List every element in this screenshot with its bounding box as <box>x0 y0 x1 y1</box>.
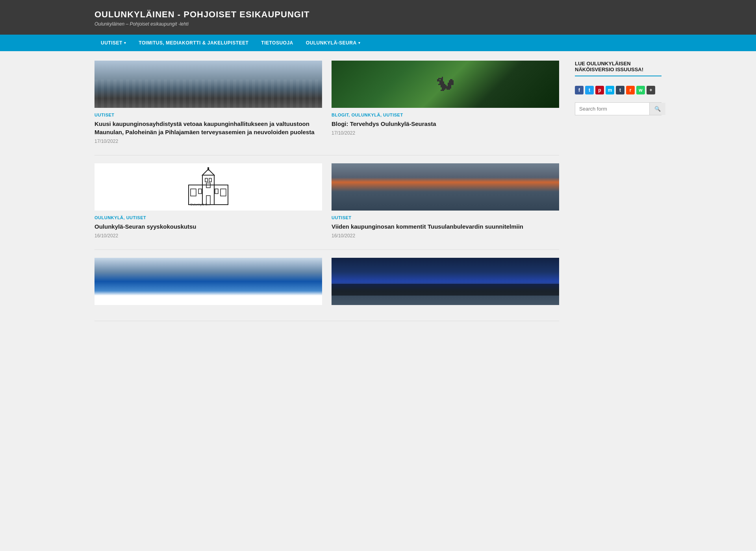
svg-text:Oulunkylä-S...: Oulunkylä-S... <box>190 203 210 206</box>
article-card <box>332 258 559 310</box>
social-icons-group: f t p m t r w + <box>575 86 662 94</box>
article-card: UUTISET Viiden kaupunginosan kommentit T… <box>332 163 559 239</box>
category-tags[interactable]: UUTISET <box>332 215 559 220</box>
nav-toimitus[interactable]: TOIMITUS, MEDIAKORTTI & JAKELUPISTEET <box>132 35 255 51</box>
svg-rect-4 <box>205 178 208 182</box>
article-title[interactable]: Viiden kaupunginosan kommentit Tuusulanb… <box>332 222 559 231</box>
nakoversio-heading: LUE OULUNKYLÄISEN NÄKÖISVERSIO ISSUUSSA! <box>575 61 662 76</box>
whatsapp-icon[interactable]: w <box>636 86 645 94</box>
chevron-down-icon: ▾ <box>358 41 361 45</box>
article-image <box>332 61 559 108</box>
article-row: Oulunkylä-S... OULUNKYLÄ, UUTISET Oulunk… <box>94 163 559 250</box>
nav-oulunkyla-seura[interactable]: OULUNKYLÄ-SEURA ▾ <box>300 35 367 51</box>
search-box: 🔍 <box>575 102 662 115</box>
svg-rect-3 <box>208 167 209 170</box>
search-input[interactable] <box>575 103 649 115</box>
article-title[interactable]: Kuusi kaupunginosayhdistystä vetoaa kaup… <box>94 120 322 136</box>
main-nav: UUTISET ▾ TOIMITUS, MEDIAKORTTI & JAKELU… <box>0 35 756 51</box>
article-title[interactable]: Blogi: Tervehdys Oulunkylä-Seurasta <box>332 120 559 128</box>
article-card: BLOGIT, OULUNKYLÄ, UUTISET Blogi: Terveh… <box>332 61 559 144</box>
category-tags[interactable]: BLOGIT, OULUNKYLÄ, UUTISET <box>332 113 559 117</box>
svg-rect-7 <box>191 189 196 196</box>
share-icon[interactable]: + <box>647 86 655 94</box>
nakoversio-section: LUE OULUNKYLÄISEN NÄKÖISVERSIO ISSUUSSA! <box>575 61 662 76</box>
article-card <box>94 258 322 310</box>
page-body: UUTISET Kuusi kaupunginosayhdistystä vet… <box>0 51 756 338</box>
nav-tietosuoja[interactable]: TIETOSUOJA <box>255 35 299 51</box>
site-title: OULUNKYLÄINEN - POHJOISET ESIKAUPUNGIT <box>94 9 662 20</box>
article-card: Oulunkylä-S... OULUNKYLÄ, UUTISET Oulunk… <box>94 163 322 239</box>
article-date: 17/10/2022 <box>332 130 559 136</box>
article-date: 16/10/2022 <box>332 233 559 239</box>
article-date: 17/10/2022 <box>94 139 322 144</box>
article-title[interactable]: Oulunkylä-Seuran syyskokouskutsu <box>94 222 322 231</box>
sidebar: LUE OULUNKYLÄISEN NÄKÖISVERSIO ISSUUSSA!… <box>575 61 662 329</box>
reddit-icon[interactable]: r <box>626 86 635 94</box>
svg-rect-10 <box>220 189 226 196</box>
category-tags[interactable]: UUTISET <box>94 113 322 117</box>
article-image <box>332 258 559 305</box>
site-tagline: Oulunkyläinen – Pohjoiset esikaupungit -… <box>94 21 662 27</box>
main-content: UUTISET Kuusi kaupunginosayhdistystä vet… <box>94 61 575 329</box>
search-button[interactable]: 🔍 <box>649 103 665 115</box>
category-tags[interactable]: OULUNKYLÄ, UUTISET <box>94 215 322 220</box>
chevron-down-icon: ▾ <box>124 41 126 45</box>
tumblr-icon[interactable]: t <box>616 86 624 94</box>
article-row: UUTISET Kuusi kaupunginosayhdistystä vet… <box>94 61 559 155</box>
article-image <box>94 258 322 305</box>
article-image: Oulunkylä-S... <box>94 163 322 211</box>
facebook-icon[interactable]: f <box>575 86 584 94</box>
site-header: OULUNKYLÄINEN - POHJOISET ESIKAUPUNGIT O… <box>0 0 756 35</box>
svg-rect-1 <box>202 175 214 205</box>
twitter-icon[interactable]: t <box>585 86 594 94</box>
article-date: 16/10/2022 <box>94 233 322 239</box>
nav-uutiset[interactable]: UUTISET ▾ <box>94 35 132 51</box>
article-image <box>94 61 322 108</box>
messenger-icon[interactable]: m <box>606 86 614 94</box>
pinterest-icon[interactable]: p <box>595 86 604 94</box>
svg-rect-8 <box>198 189 202 194</box>
article-row <box>94 258 559 321</box>
article-card: UUTISET Kuusi kaupunginosayhdistystä vet… <box>94 61 322 144</box>
article-image <box>332 163 559 211</box>
social-section: f t p m t r w + 🔍 <box>575 86 662 115</box>
svg-rect-5 <box>209 178 211 182</box>
svg-rect-9 <box>215 189 218 194</box>
